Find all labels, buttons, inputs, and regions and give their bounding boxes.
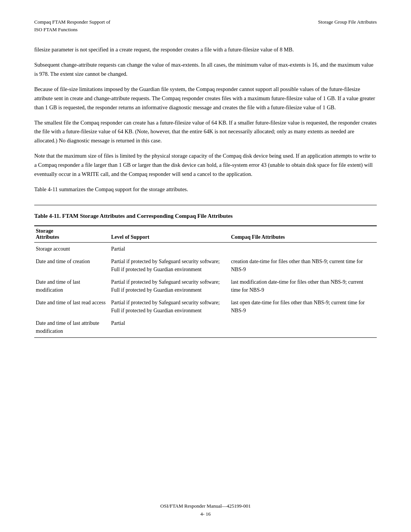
- col-header-level: Level of Support: [110, 226, 229, 243]
- section-divider: [34, 205, 377, 205]
- compaq-attr-2: last modification date-time for files ot…: [229, 276, 377, 296]
- storage-attributes-table: Storage Attributes Level of Support Comp…: [34, 225, 377, 338]
- header-right-line1: Storage Group File Attributes: [318, 18, 377, 26]
- compaq-attr-1: creation date-time for files other than …: [229, 255, 377, 276]
- table-row: Date and time of last attribute modifica…: [34, 317, 377, 338]
- level-support-3: Partial if protected by Safeguard securi…: [110, 296, 229, 317]
- paragraph-1: filesize parameter is not specified in a…: [34, 45, 377, 54]
- paragraph-4: The smallest file the Compaq responder c…: [34, 118, 377, 146]
- level-support-0: Partial: [110, 242, 229, 255]
- col-header-storage: Storage Attributes: [34, 226, 110, 243]
- paragraph-5: Note that the maximum size of files is l…: [34, 152, 377, 179]
- storage-attr-3: Date and time of last read access: [34, 296, 110, 317]
- paragraph-6: Table 4-11 summarizes the Compaq support…: [34, 185, 377, 194]
- header-left-line2: ISO FTAM Functions: [34, 26, 110, 34]
- page: Compaq FTAM Responder Support of ISO FTA…: [0, 0, 411, 532]
- storage-attr-2: Date and time of last modification: [34, 276, 110, 296]
- paragraph-3: Because of file-size limitations imposed…: [34, 85, 377, 112]
- page-footer: OSI/FTAM Responder Manual—425199-001 4- …: [0, 502, 411, 518]
- header-left: Compaq FTAM Responder Support of ISO FTA…: [34, 18, 110, 33]
- table-header-row: Storage Attributes Level of Support Comp…: [34, 226, 377, 243]
- footer-line1: OSI/FTAM Responder Manual—425199-001: [0, 502, 411, 510]
- table-section: Table 4-11. FTAM Storage Attributes and …: [34, 205, 377, 338]
- header-left-line1: Compaq FTAM Responder Support of: [34, 18, 110, 26]
- header-right: Storage Group File Attributes: [318, 18, 377, 26]
- compaq-attr-0: [229, 242, 377, 255]
- storage-attr-1: Date and time of creation: [34, 255, 110, 276]
- table-title: Table 4-11. FTAM Storage Attributes and …: [34, 212, 377, 220]
- compaq-attr-4: [229, 317, 377, 338]
- compaq-attr-3: last open date-time for files other than…: [229, 296, 377, 317]
- storage-attr-0: Storage account: [34, 242, 110, 255]
- col-header-compaq: Compaq File Attributes: [229, 226, 377, 243]
- paragraph-2: Subsequent change-attribute requests can…: [34, 61, 377, 79]
- page-header: Compaq FTAM Responder Support of ISO FTA…: [34, 18, 377, 33]
- table-row: Date and time of last read access Partia…: [34, 296, 377, 317]
- table-row: Date and time of last modification Parti…: [34, 276, 377, 296]
- level-support-2: Partial if protected by Safeguard securi…: [110, 276, 229, 296]
- level-support-4: Partial: [110, 317, 229, 338]
- table-row: Storage account Partial: [34, 242, 377, 255]
- table-row: Date and time of creation Partial if pro…: [34, 255, 377, 276]
- footer-line2: 4- 16: [0, 510, 411, 518]
- storage-attr-4: Date and time of last attribute modifica…: [34, 317, 110, 338]
- level-support-1: Partial if protected by Safeguard securi…: [110, 255, 229, 276]
